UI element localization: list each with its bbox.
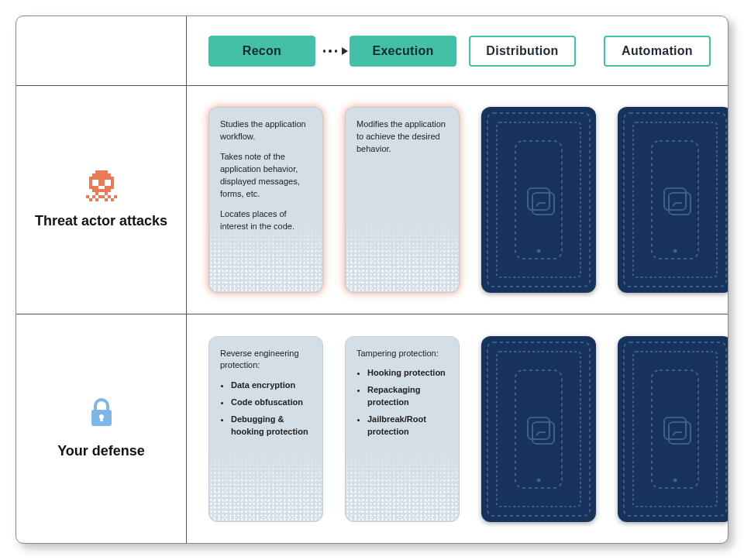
tab-recon[interactable]: Recon — [208, 36, 315, 67]
card-attacks-recon[interactable]: Studies the application workflow. Takes … — [208, 107, 323, 293]
noise-texture — [346, 218, 459, 292]
svg-point-5 — [537, 249, 541, 253]
svg-rect-18 — [528, 417, 549, 439]
card-back-pattern — [618, 107, 728, 293]
card-text: Takes note of the application behavior, … — [220, 151, 312, 201]
card-title: Reverse engineering protection: — [220, 348, 312, 373]
noise-texture — [346, 448, 459, 521]
svg-point-20 — [537, 478, 541, 482]
card-attacks-distribution-back[interactable] — [481, 107, 596, 293]
svg-rect-6 — [624, 113, 726, 287]
svg-rect-16 — [497, 352, 580, 507]
header-empty-cell — [16, 16, 187, 86]
svg-rect-14 — [100, 417, 102, 421]
tab-distribution[interactable]: Distribution — [469, 36, 576, 67]
card-attacks-execution[interactable]: Modifies the application to achieve the … — [345, 107, 460, 293]
svg-rect-15 — [487, 342, 590, 516]
svg-rect-22 — [633, 352, 717, 507]
card-text: Studies the application workflow. — [220, 119, 312, 143]
card-title: Tampering protection: — [356, 348, 448, 360]
diagram-grid: Recon Execution Distribution Automation — [16, 16, 728, 543]
svg-rect-3 — [528, 188, 549, 210]
noise-texture — [209, 448, 322, 521]
card-text: Modifies the application to achieve the … — [356, 119, 448, 156]
row-label-defense: Your defense — [16, 314, 187, 543]
list-item: Data encryption — [231, 380, 312, 392]
attacks-cards: Studies the application workflow. Takes … — [187, 86, 728, 314]
card-list: Hooking protection Repackaging protectio… — [367, 367, 448, 438]
svg-rect-21 — [624, 342, 726, 516]
list-item: Repackaging protection — [367, 384, 448, 409]
list-item: Code obfuscation — [231, 397, 312, 409]
card-defense-recon[interactable]: Reverse engineering protection: Data enc… — [208, 336, 323, 522]
defense-cards: Reverse engineering protection: Data enc… — [187, 314, 728, 543]
svg-rect-1 — [497, 122, 580, 277]
card-defense-automation-back[interactable] — [618, 336, 728, 522]
list-item: Jailbreak/Root protection — [367, 414, 448, 438]
arrow-icon — [323, 47, 348, 55]
tab-automation[interactable]: Automation — [604, 36, 711, 67]
svg-point-26 — [673, 478, 677, 482]
card-defense-distribution-back[interactable] — [481, 336, 596, 522]
tab-execution[interactable]: Execution — [350, 36, 456, 67]
card-back-pattern — [618, 336, 728, 522]
skull-icon — [86, 170, 117, 201]
svg-rect-7 — [633, 122, 717, 277]
card-defense-execution[interactable]: Tampering protection: Hooking protection… — [345, 336, 460, 522]
svg-rect-24 — [664, 417, 686, 439]
card-back-pattern — [481, 107, 596, 293]
diagram-frame: Recon Execution Distribution Automation — [16, 15, 728, 544]
defense-heading: Your defense — [57, 442, 145, 460]
card-back-pattern — [481, 336, 596, 522]
list-item: Debugging & hooking protection — [231, 414, 312, 438]
lock-icon — [88, 397, 115, 431]
list-item: Hooking protection — [367, 367, 448, 380]
card-text: Locates places of interest in the code. — [220, 208, 312, 233]
svg-rect-0 — [487, 113, 590, 287]
phase-tabs: Recon Execution Distribution Automation — [187, 16, 728, 86]
attacks-heading: Threat actor attacks — [35, 212, 167, 230]
card-attacks-automation-back[interactable] — [618, 107, 728, 293]
row-label-attacks: Threat actor attacks — [16, 86, 187, 314]
card-list: Data encryption Code obfuscation Debuggi… — [231, 380, 312, 438]
svg-point-11 — [673, 249, 677, 253]
svg-rect-9 — [664, 188, 686, 210]
